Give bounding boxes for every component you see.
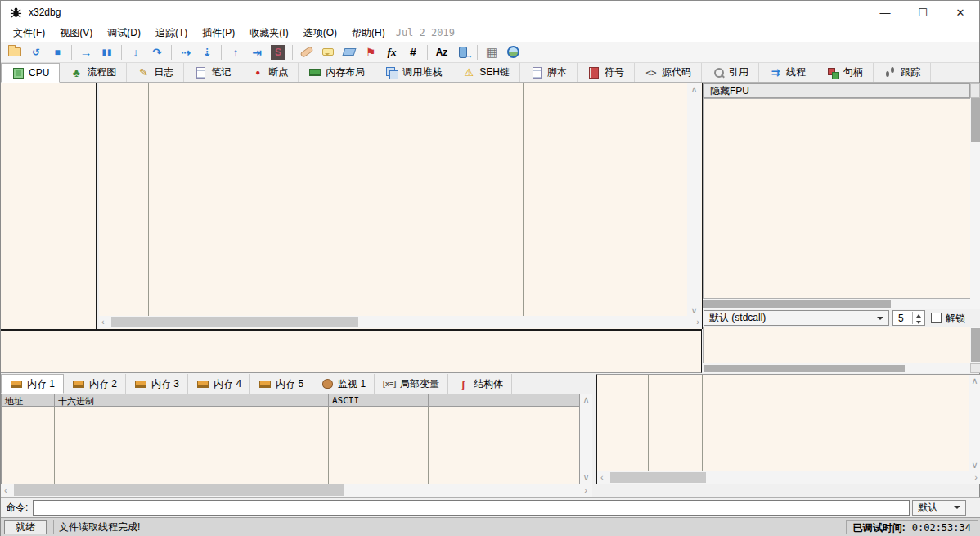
registers-vscrollbar[interactable] [970, 98, 980, 299]
tab-trace[interactable]: 跟踪 [874, 63, 931, 82]
tab-seh-chain[interactable]: ⚠SEH链 [452, 63, 520, 82]
breakpoint-dot-icon: ● [251, 66, 264, 79]
menu-favourites[interactable]: 收藏夹(I) [242, 25, 295, 42]
stack-pane[interactable]: ∧ ∨ ‹ › [596, 374, 980, 484]
menu-trace[interactable]: 追踪(T) [148, 25, 195, 42]
locals-icon: [x=] [383, 377, 396, 390]
argument-count-spinner[interactable]: 5 [892, 310, 925, 326]
tab-symbols[interactable]: 符号 [578, 63, 635, 82]
labels-button[interactable] [339, 43, 359, 61]
close-button[interactable]: ✕ [942, 1, 979, 24]
tab-references[interactable]: 引用 [702, 63, 759, 82]
status-message: 文件读取线程完成! [53, 520, 846, 534]
tab-locals[interactable]: [x=]局部变量 [375, 374, 448, 394]
attach-icon [459, 47, 467, 58]
info-box[interactable] [1, 329, 702, 373]
dump-icon [134, 377, 147, 390]
menu-debug[interactable]: 调试(D) [100, 25, 148, 42]
command-profile-combo[interactable]: 默认 [912, 500, 966, 516]
comments-button[interactable] [318, 43, 338, 61]
functions-button[interactable]: fx [382, 43, 402, 61]
case-button[interactable]: Az [432, 43, 452, 61]
tab-struct[interactable]: ʃ结构体 [448, 374, 512, 394]
menu-file[interactable]: 文件(F) [6, 25, 52, 42]
tab-dump-2[interactable]: 内存 2 [64, 374, 126, 394]
disassembly-sidebar[interactable] [1, 83, 97, 329]
tab-watch-1[interactable]: 监视 1 [312, 374, 375, 394]
tab-threads[interactable]: ⇉线程 [759, 63, 816, 82]
about-button[interactable] [503, 43, 523, 61]
stack-hscrollbar[interactable]: ‹ › [597, 471, 980, 484]
arguments-vscrollbar[interactable] [970, 327, 980, 363]
hash-button[interactable]: # [403, 43, 423, 61]
patches-button[interactable] [297, 43, 317, 61]
step-over-button[interactable]: ↷ [147, 43, 167, 61]
menu-plugins[interactable]: 插件(P) [195, 25, 242, 42]
tab-log[interactable]: ✎日志 [127, 63, 184, 82]
menu-options[interactable]: 选项(O) [296, 25, 344, 42]
arguments-view[interactable] [703, 327, 971, 363]
tab-memory-map[interactable]: 内存布局 [299, 63, 375, 82]
column-extra [429, 394, 579, 406]
maximize-button[interactable]: ☐ [904, 1, 942, 24]
tab-source[interactable]: <>源代码 [635, 63, 702, 82]
seh-chain-button[interactable]: S [268, 43, 288, 61]
tab-dump-3[interactable]: 内存 3 [126, 374, 188, 394]
scroll-corner [970, 83, 980, 98]
trace-over-button[interactable]: ⇣ [197, 43, 217, 61]
command-input[interactable] [33, 500, 910, 516]
calling-convention-combo[interactable]: 默认 (stdcall) [704, 310, 889, 326]
dump-vscrollbar[interactable]: ∧ ∨ [580, 394, 592, 484]
chevron-down-icon [954, 506, 960, 512]
status-state-badge: 就绪 [4, 520, 47, 534]
tab-call-stack[interactable]: 调用堆栈 [375, 63, 452, 82]
open-file-button[interactable] [5, 43, 25, 61]
tab-dump-1[interactable]: 内存 1 [1, 374, 64, 394]
disassembly-hscrollbar[interactable]: ‹ › [99, 316, 702, 328]
execute-till-return-button[interactable]: ↑ [226, 43, 245, 61]
open-file-icon [8, 47, 21, 56]
step-into-button[interactable]: ↓ [126, 43, 146, 61]
cpu-chip-icon [11, 66, 25, 79]
column-hex: 十六进制 [55, 394, 329, 406]
run-button[interactable]: → [76, 43, 96, 61]
x32dbg-window: x32dbg — ☐ ✕ 文件(F) 视图(V) 调试(D) 追踪(T) 插件(… [0, 0, 980, 536]
bookmarks-button[interactable]: ⚑ [361, 43, 380, 61]
restart-button[interactable]: ↺ [26, 43, 46, 61]
tab-script[interactable]: 脚本 [520, 63, 578, 82]
dump-view[interactable] [1, 407, 580, 484]
bottom-panels: 内存 1 内存 2 内存 3 内存 4 内存 5 监视 1 [x=]局部变量 ʃ… [1, 373, 980, 497]
stack-vscrollbar[interactable]: ∧ ∨ [969, 375, 980, 471]
tab-dump-4[interactable]: 内存 4 [188, 374, 250, 394]
dump-hscrollbar[interactable]: ‹ › [1, 484, 592, 497]
disassembly-pane[interactable]: ∧ ∨ ‹ › [99, 83, 702, 329]
stop-button[interactable]: ■ [47, 43, 67, 61]
minimize-button[interactable]: — [866, 1, 904, 24]
column-ascii: ASCII [329, 394, 429, 406]
bug-icon [9, 6, 22, 19]
pause-button[interactable]: ▮▮ [97, 43, 117, 61]
menu-help[interactable]: 帮助(H) [344, 25, 393, 42]
tab-graph[interactable]: ♣流程图 [60, 63, 127, 82]
attach-button[interactable] [453, 43, 473, 61]
registers-view[interactable] [703, 98, 971, 299]
registers-hscrollbar[interactable] [703, 299, 980, 309]
menu-view[interactable]: 视图(V) [52, 25, 100, 42]
run-to-user-code-button[interactable]: ⇥ [247, 43, 267, 61]
tab-dump-5[interactable]: 内存 5 [250, 374, 312, 394]
script-page-icon [530, 66, 543, 79]
arguments-hscrollbar[interactable] [703, 363, 971, 373]
trace-into-button[interactable]: ⇢ [176, 43, 196, 61]
title-bar[interactable]: x32dbg — ☐ ✕ [1, 1, 979, 24]
tab-breakpoints[interactable]: ●断点 [241, 63, 299, 82]
dump-header-row: 地址 十六进制 ASCII [1, 394, 580, 407]
disassembly-vscrollbar[interactable]: ∧ ∨ [687, 83, 701, 317]
view-tab-bar: CPU ♣流程图 ✎日志 笔记 ●断点 内存布局 调用堆栈 ⚠SEH链 脚本 符… [1, 63, 979, 83]
hide-fpu-button[interactable]: 隐藏FPU [703, 83, 970, 98]
unlock-checkbox[interactable] [931, 313, 942, 323]
tab-notes[interactable]: 笔记 [184, 63, 241, 82]
tab-handles[interactable]: 句柄 [816, 63, 874, 82]
scroll-corner [970, 363, 980, 373]
calculator-button[interactable]: ▦ [482, 43, 501, 61]
tab-cpu[interactable]: CPU [1, 63, 60, 83]
